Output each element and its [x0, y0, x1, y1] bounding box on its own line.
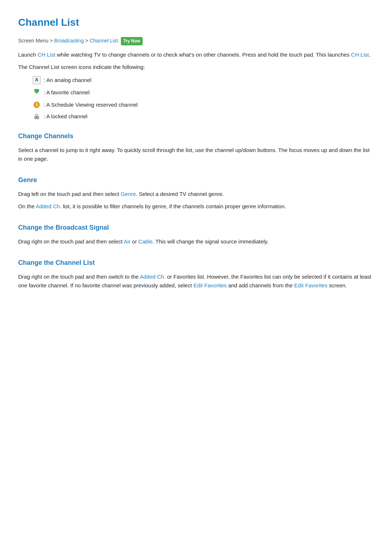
section-text-broadcast-signal: Drag right on the touch pad and then sel…	[18, 237, 374, 246]
breadcrumb-broadcasting[interactable]: Broadcasting	[54, 38, 84, 44]
lock-icon-label: : A locked channel	[44, 112, 87, 121]
edit-favorites-link-2[interactable]: Edit Favorites	[294, 282, 327, 288]
breadcrumb-channel-list[interactable]: Channel List	[90, 38, 118, 44]
schedule-icon	[33, 101, 41, 109]
favorite-icon	[33, 87, 41, 98]
section-change-channel-list: Change the Channel List Drag right on th…	[18, 258, 374, 290]
intro-text-prefix: Launch	[18, 52, 37, 58]
list-item: A : An analog channel	[33, 76, 374, 85]
list-item: : A favorite channel	[33, 87, 374, 98]
cable-link[interactable]: Cable	[138, 238, 152, 245]
section-change-channels: Change Channels Select a channel to jump…	[18, 131, 374, 163]
list-item: : A locked channel	[33, 112, 374, 121]
breadcrumb-sep2: >	[85, 38, 90, 44]
intro-paragraph-1: Launch CH List while watching TV to chan…	[18, 50, 374, 59]
breadcrumb-sep1: >	[50, 38, 54, 44]
edit-favorites-link-1[interactable]: Edit Favorites	[193, 282, 227, 288]
section-text-genre-2: On the Added Ch. list, it is possible to…	[18, 202, 374, 211]
icons-intro-text: The Channel List screen icons indicate t…	[18, 63, 374, 71]
intro-text-mid: while watching TV to change channels or …	[56, 52, 351, 58]
added-ch-link-change[interactable]: Added Ch	[140, 274, 164, 280]
ch-list-link-2[interactable]: CH List	[351, 52, 369, 58]
section-broadcast-signal: Change the Broadcast Signal Drag right o…	[18, 222, 374, 246]
favorite-icon-label: : A favorite channel	[44, 88, 90, 97]
air-link[interactable]: Air	[124, 238, 130, 245]
analog-icon-label: : An analog channel	[44, 76, 91, 85]
breadcrumb-prefix: Screen Menu	[18, 38, 48, 44]
svg-point-4	[36, 117, 37, 118]
section-title-change-channels: Change Channels	[18, 131, 374, 141]
analog-icon: A	[33, 76, 41, 84]
ch-list-link-1[interactable]: CH List	[37, 52, 55, 58]
section-title-genre: Genre	[18, 175, 374, 185]
try-now-badge[interactable]: Try Now	[121, 37, 143, 45]
breadcrumb: Screen Menu > Broadcasting > Channel Lis…	[18, 37, 374, 45]
schedule-icon-label: : A Schedule Viewing reserved channel	[44, 100, 138, 109]
list-item: : A Schedule Viewing reserved channel	[33, 100, 374, 109]
page-title: Channel List	[18, 15, 374, 31]
section-title-change-channel-list: Change the Channel List	[18, 258, 374, 268]
section-title-broadcast-signal: Change the Broadcast Signal	[18, 222, 374, 233]
lock-icon	[33, 112, 41, 120]
genre-link[interactable]: Genre	[121, 191, 136, 197]
added-ch-link-genre[interactable]: Added Ch	[36, 203, 60, 209]
section-text-genre-1: Drag left on the touch pad and then sele…	[18, 190, 374, 198]
intro-text-end: .	[369, 52, 370, 58]
section-genre: Genre Drag left on the touch pad and the…	[18, 175, 374, 211]
channel-icon-list: A : An analog channel : A favorite chann…	[18, 76, 374, 121]
section-text-change-channels: Select a channel to jump to it right awa…	[18, 146, 374, 163]
section-text-change-channel-list: Drag right on the touch pad and then swi…	[18, 272, 374, 290]
